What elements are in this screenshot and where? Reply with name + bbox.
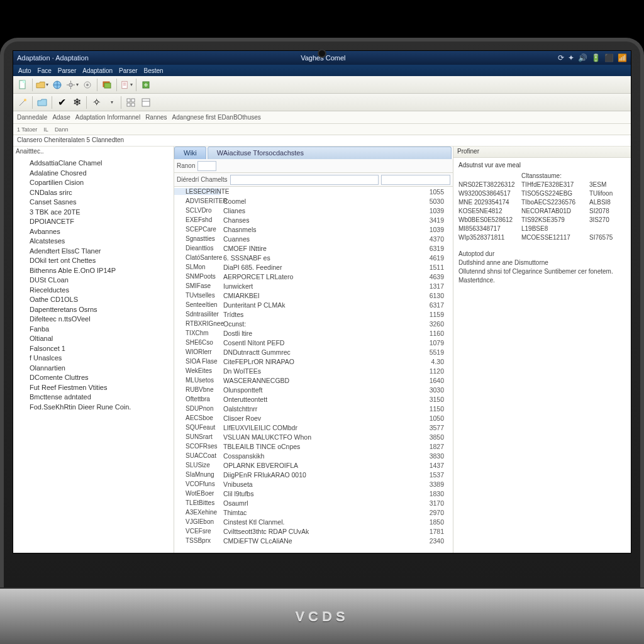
table-row[interactable]: SenteeítienDunteritant P CLMAk6317: [174, 300, 453, 309]
tray-icon[interactable]: 🔊: [578, 53, 587, 62]
wizard-icon[interactable]: [16, 96, 30, 109]
tree-item[interactable]: DComente Cluttres: [30, 373, 169, 383]
layout-icon[interactable]: [139, 96, 153, 109]
check-icon[interactable]: ✔: [55, 96, 69, 109]
table-row[interactable]: SMIFaseIunwickert1317: [174, 281, 453, 291]
subtab[interactable]: Adangnese first EDanBOthuses: [172, 114, 261, 121]
table-row[interactable]: MLUsetosWASCERANNECGBD1640: [174, 375, 453, 385]
tree-item[interactable]: AddsattiaClane Chamel: [30, 158, 169, 169]
menu-item[interactable]: Auto: [18, 67, 31, 74]
table-row[interactable]: WotEBoerClil l9tufbs1830: [174, 489, 453, 498]
tree-item[interactable]: f Unaslces: [30, 353, 169, 364]
table-row[interactable]: OftettbraOnterutteontett3150: [174, 394, 453, 404]
tree-item[interactable]: Fut Reef Fiestmen Vtities: [30, 383, 169, 393]
tray-icon[interactable]: 📶: [618, 53, 627, 62]
tree-item[interactable]: DUSt CLoan: [30, 275, 169, 286]
table-row[interactable]: SHE6CsoCosentl Nítont PEFD1079: [174, 338, 453, 347]
search-input[interactable]: [230, 175, 379, 185]
tree-item[interactable]: Riecelductes: [30, 286, 169, 296]
table-row[interactable]: TLEtBittesOsaumrl3170: [174, 498, 453, 508]
tree-item[interactable]: Adalatine Chosred: [30, 169, 169, 179]
table-row[interactable]: EXEFshdChanses3419: [174, 215, 453, 225]
menu-item[interactable]: Adaptation: [82, 67, 113, 74]
dropdown-icon[interactable]: ▾: [104, 96, 118, 109]
table-row[interactable]: WekEitesDn WolTEEs1120: [174, 366, 453, 375]
table-row[interactable]: SIOA FlaseCiteFEPLrOR NlRAPAO4.30: [174, 357, 453, 366]
table-row[interactable]: SCLVDroClianes1039: [174, 206, 453, 215]
table-row[interactable]: SCOFRsesTBLEAILB TINCE oCnpes1827: [174, 441, 453, 451]
subtab[interactable]: Dann: [55, 126, 69, 133]
document-icon[interactable]: ▾: [119, 78, 133, 92]
tree-item[interactable]: Canset Sasnes: [30, 197, 169, 208]
subtab[interactable]: Adase: [52, 114, 70, 121]
tree-item[interactable]: 3 TBK ace 20TE: [30, 208, 169, 218]
table-row[interactable]: SdntrasiliterTrídtes1159: [174, 309, 453, 319]
tree-item[interactable]: Avbannes: [30, 227, 169, 237]
tree-item[interactable]: Olannartien: [30, 364, 169, 374]
tray-icon[interactable]: ⬛: [604, 53, 614, 62]
gear-icon[interactable]: ▾: [65, 78, 79, 92]
tree-item[interactable]: Copartilien Cision: [30, 178, 169, 188]
tree-item[interactable]: CNDalas srirc: [30, 188, 169, 198]
tree-item[interactable]: Fod.SseKhRtin Dieer Rune Coin.: [30, 402, 169, 413]
folder-icon[interactable]: [35, 96, 49, 109]
tray-icon[interactable]: ⟳: [558, 53, 564, 62]
tree-item[interactable]: Bithenns Able E.OnO IP14P: [30, 266, 169, 276]
tree-item[interactable]: Fanba: [30, 325, 169, 335]
menu-item[interactable]: Parser: [119, 67, 137, 74]
tree-item[interactable]: Dapentteretans Osrns: [30, 305, 169, 315]
table-row[interactable]: SUNSrartVSLUAN MALUKCTFO Whon3850: [174, 432, 453, 441]
subtab[interactable]: IL: [43, 126, 48, 133]
subtab[interactable]: Dannedale: [17, 114, 47, 121]
grid-icon[interactable]: [124, 96, 138, 109]
stack-icon[interactable]: [100, 78, 114, 92]
table-row[interactable]: ADVISERITERCoomel5030: [174, 196, 453, 206]
tree-item[interactable]: DPOIANCETF: [30, 217, 169, 227]
table-row[interactable]: AECSboeClisoer Roev1050: [174, 413, 453, 423]
tree-item[interactable]: Oltianal: [30, 334, 169, 344]
table-row[interactable]: SCEPCareChasnmels1039: [174, 225, 453, 234]
table-row[interactable]: VCEFsreCvilttseott3thtc RDAP CUvAk1781: [174, 526, 453, 536]
tree-item[interactable]: Difelteec n.ttsOVeel: [30, 314, 169, 325]
table-row[interactable]: A3EXehineThimtac2970: [174, 508, 453, 517]
table-row[interactable]: TSSBprxCMDiEFTW CLcAliANe2340: [174, 536, 453, 545]
table-row[interactable]: VCOFfunsVnibuseta3389: [174, 479, 453, 489]
filter-input-2[interactable]: [381, 175, 450, 185]
table-row[interactable]: SNMPootsAERPORCET LRLatero4639: [174, 272, 453, 281]
table-row[interactable]: DieanttiosCMOEF INttire6319: [174, 243, 453, 253]
tray-icon[interactable]: ✦: [568, 53, 574, 62]
table-row[interactable]: VJGlEbonCinstest Ktl Clanmel.1850: [174, 517, 453, 526]
tree-item[interactable]: Oathe CD1OLS: [30, 295, 169, 305]
tree-item[interactable]: Bmcttense adntated: [30, 392, 169, 402]
globe-icon[interactable]: [50, 78, 64, 92]
table-row[interactable]: TUvtsellesCMIARKBEI6130: [174, 291, 453, 300]
tab-wiki[interactable]: Wiki: [174, 147, 206, 159]
table-row[interactable]: RUBVbneOlunspontteft3030: [174, 385, 453, 394]
menu-item[interactable]: Face: [38, 67, 52, 74]
table-row[interactable]: TIXChmDostli ltire1160: [174, 328, 453, 338]
export-icon[interactable]: [139, 78, 153, 92]
table-row[interactable]: LESECPRINTE1055: [174, 187, 453, 196]
new-file-icon[interactable]: [16, 78, 30, 92]
tree-item[interactable]: Alcatsteses: [30, 236, 169, 247]
tray-icon[interactable]: 🔋: [591, 53, 601, 62]
subtab[interactable]: 1 Tatoer: [17, 126, 37, 133]
table-row[interactable]: SLMonDiaPI 685. Feediner1511: [174, 262, 453, 272]
sparkle-icon[interactable]: ✧: [89, 96, 103, 109]
tree-item[interactable]: Falsoncet 1: [30, 344, 169, 354]
table-row[interactable]: SQUFeautLIfEUXVILEILIC COMbdr3577: [174, 423, 453, 432]
settings-icon[interactable]: [80, 78, 94, 92]
subtab[interactable]: Adaptation Informannel: [75, 114, 140, 121]
table-row[interactable]: SDUPnonOalstchttnrr1150: [174, 404, 453, 413]
open-icon[interactable]: ▾: [35, 78, 49, 92]
subtab[interactable]: Rannes: [145, 114, 167, 121]
snow-icon[interactable]: ❄: [70, 96, 84, 109]
tree-item[interactable]: Adendtert ElssC Tlaner: [30, 247, 169, 257]
table-row[interactable]: RTBXRIGneeOcunst:3260: [174, 319, 453, 328]
menu-item[interactable]: Besten: [144, 67, 164, 74]
tree-item[interactable]: DOkil tert ont Chettes: [30, 256, 169, 266]
table-row[interactable]: SIaMnungDiigPEnR FRlukARAO 00101537: [174, 470, 453, 479]
table-row[interactable]: ClatóSantere6. SSSNABF es4619: [174, 253, 453, 262]
table-row[interactable]: SLUSizeOPLARNK EBVEROIFLA1437: [174, 460, 453, 470]
tab-secondary[interactable]: WAiacituse Tforsocdachstes: [208, 147, 452, 159]
